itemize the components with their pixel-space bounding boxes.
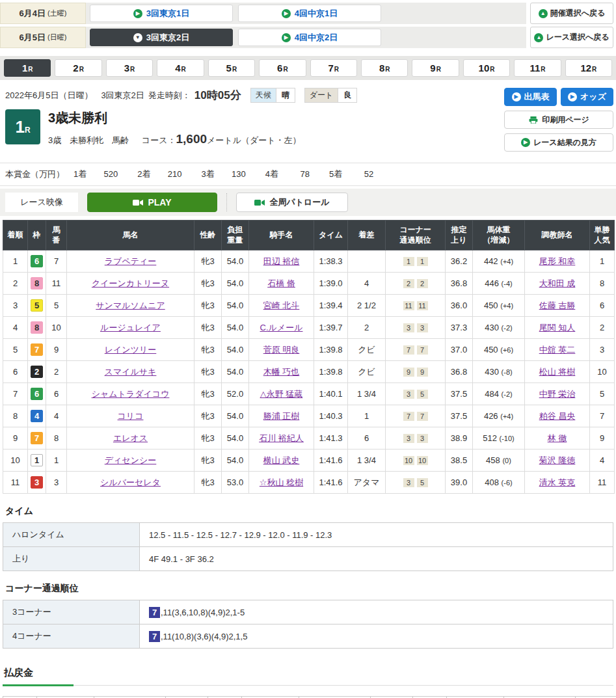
tab-number: 5 <box>226 62 232 74</box>
trainer-name-link[interactable]: 松山 将樹 <box>539 367 576 377</box>
trainer-name-link[interactable]: 林 徹 <box>548 433 567 443</box>
horse-name-link[interactable]: スマイルサキ <box>105 367 157 377</box>
tab-race-3r[interactable]: 3R <box>106 59 153 77</box>
trainer-name-link[interactable]: 大和田 成 <box>539 278 576 288</box>
horse-name-link[interactable]: コリコ <box>118 411 144 421</box>
cell-frame: 4 <box>28 405 46 427</box>
tab-race-12r[interactable]: 12R <box>565 59 612 77</box>
trainer-name-link[interactable]: 粕谷 昌央 <box>539 411 576 421</box>
cell-sex-age: 牝3 <box>194 472 222 494</box>
horse-name-link[interactable]: サンマルソムニア <box>96 301 165 310</box>
meeting-button-tokyo-day2-selected[interactable]: ▼ 3回東京2日 <box>90 29 233 46</box>
print-page-button[interactable]: 印刷用ページ <box>504 111 613 129</box>
trainer-name-link[interactable]: 佐藤 吉勝 <box>539 301 576 310</box>
back-to-race-select-button[interactable]: ▲ レース選択へ戻る <box>530 27 613 48</box>
horse-name-link[interactable]: クイーンカトリーヌ <box>92 278 169 288</box>
arrow-circle-icon: ▶ <box>512 92 521 101</box>
trainer-name-link[interactable]: 菊沢 隆徳 <box>539 455 576 465</box>
trainer-name-link[interactable]: 尾関 知人 <box>539 323 576 332</box>
horse-name-link[interactable]: レインツリー <box>105 345 157 355</box>
meeting-button-tokyo-day1[interactable]: ▶ 3回東京1日 <box>90 5 233 22</box>
cell-carried-weight: 54.0 <box>222 295 249 317</box>
race-number-suffix: R <box>25 126 31 135</box>
horse-name-link[interactable]: ルージュレイア <box>100 323 161 332</box>
cell-carried-weight: 52.0 <box>222 383 249 405</box>
tab-race-9r[interactable]: 9R <box>412 59 459 77</box>
play-video-button[interactable]: PLAY <box>87 193 217 212</box>
meeting-button-chukyo-day2[interactable]: ▶ 4回中京2日 <box>238 29 381 46</box>
race-number-badge: 1 R <box>5 109 40 144</box>
cell-estimated-agari: 39.0 <box>446 472 473 494</box>
horse-name-link[interactable]: エレオス <box>113 433 148 443</box>
results-guide-button[interactable]: ▶ レース結果の見方 <box>504 133 613 152</box>
trainer-name-link[interactable]: 中舘 英二 <box>539 345 576 355</box>
tab-race-6r[interactable]: 6R <box>259 59 306 77</box>
jockey-name-link[interactable]: ☆秋山 稔樹 <box>260 477 303 487</box>
meeting-button-chukyo-day1[interactable]: ▶ 4回中京1日 <box>238 5 381 22</box>
tab-race-7r[interactable]: 7R <box>310 59 357 77</box>
meeting-button-label: 3回東京2日 <box>146 32 189 44</box>
jockey-name-link[interactable]: 木幡 巧也 <box>263 367 300 377</box>
jockey-name-link[interactable]: 勝浦 正樹 <box>263 411 300 421</box>
tab-race-5r[interactable]: 5R <box>208 59 255 77</box>
trainer-name-link[interactable]: 中野 栄治 <box>539 389 576 399</box>
weather-value: 晴 <box>276 88 295 102</box>
cell-estimated-agari: 38.9 <box>446 427 473 450</box>
entry-list-label: 出馬表 <box>524 91 550 103</box>
odds-button[interactable]: ▶ オッズ <box>561 88 613 106</box>
tab-race-2r[interactable]: 2R <box>55 59 101 77</box>
cell-estimated-agari: 36.8 <box>446 273 473 295</box>
cell-horse-name: コリコ <box>67 405 194 427</box>
race-header: 2022年6月5日（日曜） 3回東京2日 発走時刻： 10時05分 天候 晴 ダ… <box>0 80 616 155</box>
back-to-meeting-select-button[interactable]: ▲ 開催選択へ戻る <box>530 3 613 24</box>
horse-name-link[interactable]: ディセンシー <box>105 455 157 465</box>
jockey-name-link[interactable]: C.ルメール <box>260 323 303 332</box>
tab-race-1r[interactable]: 1R <box>4 59 51 77</box>
cell-estimated-agari: 37.5 <box>446 383 473 405</box>
cell-horse-name: ディセンシー <box>67 450 194 472</box>
results-header-cell: 馬名 <box>67 221 194 250</box>
jockey-name-link[interactable]: 横山 武史 <box>263 455 300 465</box>
cell-trainer: 中舘 英二 <box>525 339 590 361</box>
horse-name-link[interactable]: シルバーセレタ <box>100 477 161 487</box>
body-weight: 430 <box>485 323 501 332</box>
trainer-name-link[interactable]: 清水 英克 <box>539 477 576 487</box>
patrol-video-button[interactable]: 全周パトロール <box>236 193 348 212</box>
jockey-name-link[interactable]: △永野 猛蔵 <box>260 389 303 399</box>
cell-margin: 1 3/4 <box>348 383 386 405</box>
jockey-name-link[interactable]: 石川 裕紀人 <box>259 433 304 443</box>
cell-horse-number: 4 <box>46 405 67 427</box>
cell-frame: 7 <box>28 427 46 450</box>
payout-heading-text: 払戻金 <box>3 667 74 686</box>
cell-horse-name: シャムトラダイコウ <box>67 383 194 405</box>
cell-estimated-agari: 36.2 <box>446 250 473 273</box>
jockey-name-link[interactable]: 石橋 脩 <box>267 278 295 288</box>
race-tabs: 1R2R3R4R5R6R7R8R9R10R11R12R <box>0 56 616 80</box>
results-header-cell: 騎手名 <box>249 221 314 250</box>
cell-body-weight: 484 (-2) <box>473 383 525 405</box>
entry-list-button[interactable]: ▶ 出馬表 <box>504 88 557 106</box>
cell-margin <box>348 250 386 273</box>
tab-r-suffix: R <box>79 66 84 73</box>
cell-estimated-agari: 37.0 <box>446 339 473 361</box>
jockey-name-link[interactable]: 菅原 明良 <box>263 345 300 355</box>
jockey-name-link[interactable]: 田辺 裕信 <box>263 256 300 266</box>
result-row: 978エレオス牝354.0石川 裕紀人1:41.363338.9512 (-10… <box>3 427 615 450</box>
horse-name-link[interactable]: ラブペティー <box>105 256 157 266</box>
jockey-name-link[interactable]: 宮崎 北斗 <box>263 301 300 310</box>
tab-race-8r[interactable]: 8R <box>361 59 408 77</box>
tab-race-4r[interactable]: 4R <box>157 59 204 77</box>
odds-label: オッズ <box>580 91 606 103</box>
date-text: 6月4日 <box>20 8 46 20</box>
results-header-cell: 単勝 人気 <box>590 221 615 250</box>
tab-race-10r[interactable]: 10R <box>463 59 510 77</box>
cell-sex-age: 牝3 <box>194 317 222 339</box>
results-tbody: 167ラブペティー牝354.0田辺 裕信1:38.31136.2442 (+4)… <box>3 250 615 494</box>
trainer-name-link[interactable]: 尾形 和幸 <box>539 256 576 266</box>
cell-win-popularity: 9 <box>590 427 615 450</box>
horse-name-link[interactable]: シャムトラダイコウ <box>92 389 170 399</box>
frame-number-badge: 5 <box>31 299 43 312</box>
cell-body-weight: 446 (-4) <box>473 273 525 295</box>
tab-race-11r[interactable]: 11R <box>514 59 561 77</box>
corner4-value: 7,11(10,8)(3,6)(4,9)2,1,5 <box>140 624 613 649</box>
